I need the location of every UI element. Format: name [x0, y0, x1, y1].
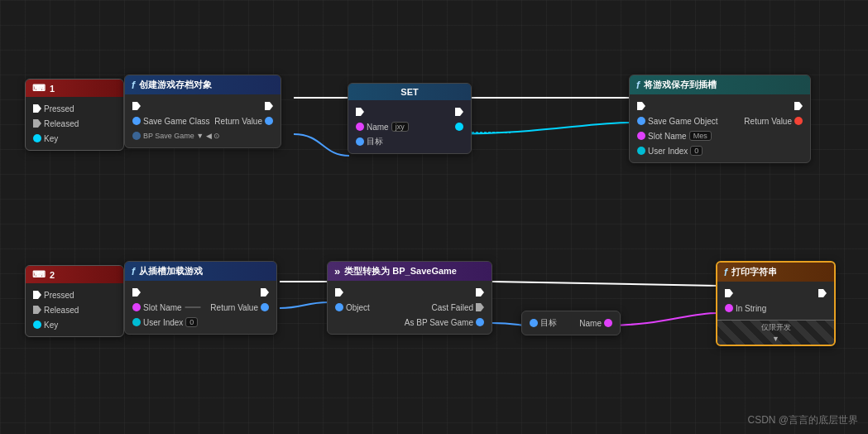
exec-row	[630, 99, 810, 113]
func-icon: f	[636, 80, 640, 91]
cast-failed-pin	[476, 303, 484, 311]
user-index-row: User Index 0	[630, 143, 810, 158]
exec-out	[455, 108, 463, 116]
cast-icon: »	[334, 265, 340, 277]
in-string-pin	[725, 304, 733, 312]
pin-row: Object Cast Failed	[328, 300, 492, 315]
exec-in-pin	[132, 102, 141, 110]
set-header: SET	[348, 84, 471, 100]
exec-out-pin	[265, 102, 273, 110]
pressed-pin	[33, 104, 41, 113]
warning-stripe: 仅限开发 ▼	[717, 320, 834, 345]
user-index-row: User Index 0	[125, 315, 276, 330]
event-node-2: ⌨ 2 Pressed Released Key	[25, 265, 124, 337]
bp-pin	[132, 132, 141, 140]
target-pin	[530, 319, 538, 327]
cast-node: » 类型转换为 BP_SaveGame Object Cast Failed A…	[327, 261, 492, 335]
output-pin	[455, 123, 463, 131]
pin-row: Released	[26, 302, 123, 317]
save-slot-header: f 将游戏保存到插槽	[630, 75, 810, 94]
target-pin-row: 目标	[348, 134, 471, 149]
get-name-body: 目标 Name	[522, 311, 620, 335]
pin-row: Save Game Class Return Value	[125, 113, 281, 128]
event1-body: Pressed Released Key	[26, 97, 123, 150]
slot-name-row: Slot Name Mes	[630, 128, 810, 143]
exec-row	[328, 285, 492, 300]
print-header: f 打印字符串	[717, 263, 834, 282]
return-pin	[794, 117, 803, 125]
func-icon: f	[132, 266, 135, 277]
released-pin	[33, 119, 41, 128]
set-body: Name jxy 目标	[348, 100, 471, 153]
pin-row: Save Game Object Return Value	[630, 113, 810, 128]
exec-row	[348, 104, 471, 119]
pin-row: Key	[26, 317, 123, 332]
set-node: SET Name jxy 目标	[348, 83, 472, 154]
return-pin	[261, 303, 269, 311]
exec-in	[637, 102, 645, 110]
load-game-node: f 从插槽加载游戏 Slot Name Return Value	[124, 261, 277, 335]
exec-out	[476, 288, 484, 297]
create-save-node: f 创建游戏存档对象 Save Game Class Return Value	[124, 75, 281, 148]
load-game-body: Slot Name Return Value User Index 0	[125, 281, 276, 334]
event1-header: ⌨ 1	[26, 80, 123, 97]
in-string-row: In String	[717, 301, 834, 316]
pin-row: 目标 Name	[522, 316, 620, 330]
svg-line-5	[492, 282, 717, 286]
exec-out	[818, 289, 827, 297]
pin-row: BP Save Game ▼ ◀ ⊙	[125, 128, 281, 143]
name-pin	[356, 123, 364, 131]
as-bp-pin	[476, 318, 484, 326]
exec-row	[125, 285, 276, 300]
save-slot-node: f 将游戏保存到插槽 Save Game Object Return Value	[629, 75, 811, 163]
user-index-pin	[132, 318, 141, 326]
get-name-node: 目标 Name	[521, 311, 621, 335]
cast-header: » 类型转换为 BP_SaveGame	[328, 262, 492, 281]
key-pin	[33, 134, 41, 142]
return-pin	[265, 117, 273, 125]
user-index-pin	[637, 147, 645, 155]
name-pin-row: Name jxy	[348, 119, 471, 134]
keyboard-icon2: ⌨	[32, 269, 46, 280]
exec-row	[125, 99, 281, 113]
keyboard-icon: ⌨	[32, 83, 46, 94]
exec-in	[335, 288, 343, 297]
key-pin	[33, 321, 41, 329]
exec-row	[717, 286, 834, 301]
save-slot-body: Save Game Object Return Value Slot Name …	[630, 94, 810, 162]
name-pin	[604, 319, 612, 327]
exec-in	[356, 108, 364, 116]
pin-row: Released	[26, 116, 123, 131]
event2-header: ⌨ 2	[26, 266, 123, 283]
slot-name-pin	[132, 303, 141, 311]
exec-out	[794, 102, 803, 110]
print-body: In String	[717, 282, 834, 320]
create-save-body: Save Game Class Return Value BP Save Gam…	[125, 94, 281, 147]
exec-in	[725, 289, 733, 297]
connections-layer	[0, 0, 868, 434]
watermark: CSDN @言言的底层世界	[747, 413, 858, 427]
save-class-pin	[132, 117, 141, 125]
slot-name-pin	[637, 132, 645, 140]
object-pin	[335, 303, 343, 311]
event2-body: Pressed Released Key	[26, 283, 123, 336]
exec-in	[132, 288, 141, 297]
blueprint-canvas: ⌨ 1 Pressed Released Key f 创建游戏存档对象	[0, 0, 868, 434]
cast-body: Object Cast Failed As BP Save Game	[328, 281, 492, 334]
load-game-header: f 从插槽加载游戏	[125, 262, 276, 281]
pressed-pin	[33, 291, 41, 299]
target-pin	[356, 137, 364, 146]
pin-row: Slot Name Return Value	[125, 300, 276, 315]
event-node-1: ⌨ 1 Pressed Released Key	[25, 79, 124, 151]
released-pin	[33, 306, 41, 314]
pin-row: Pressed	[26, 287, 123, 302]
exec-out	[261, 288, 269, 297]
save-obj-pin	[637, 117, 645, 125]
create-save-header: f 创建游戏存档对象	[125, 75, 281, 94]
print-string-node: f 打印字符串 In String 仅限开发 ▼	[716, 261, 836, 346]
pin-row: Pressed	[26, 101, 123, 116]
func-icon: f	[724, 267, 727, 278]
as-bp-row: As BP Save Game	[328, 315, 492, 330]
pin-row: Key	[26, 131, 123, 146]
func-icon: f	[132, 80, 135, 91]
